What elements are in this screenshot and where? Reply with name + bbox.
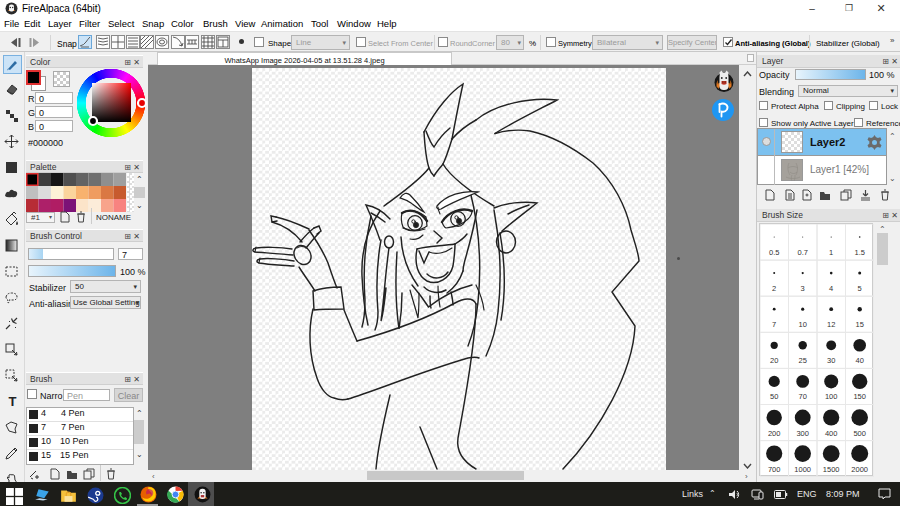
svg-text:0.5: 0.5 xyxy=(769,248,779,257)
svg-text:200: 200 xyxy=(768,429,781,438)
svg-text:150: 150 xyxy=(853,392,866,401)
svg-text:1000: 1000 xyxy=(794,465,811,474)
svg-text:400: 400 xyxy=(825,429,838,438)
svg-text:100: 100 xyxy=(825,392,838,401)
svg-text:12: 12 xyxy=(827,320,835,329)
svg-text:40: 40 xyxy=(856,356,864,365)
svg-text:7: 7 xyxy=(772,320,776,329)
svg-text:15: 15 xyxy=(856,320,864,329)
svg-text:3: 3 xyxy=(801,284,805,293)
svg-text:50: 50 xyxy=(770,392,778,401)
svg-text:0.7: 0.7 xyxy=(797,248,807,257)
svg-text:70: 70 xyxy=(799,392,807,401)
svg-text:5: 5 xyxy=(858,284,862,293)
svg-text:10: 10 xyxy=(799,320,807,329)
svg-text:20: 20 xyxy=(770,356,778,365)
svg-text:1.5: 1.5 xyxy=(854,248,864,257)
svg-text:30: 30 xyxy=(827,356,835,365)
svg-text:2000: 2000 xyxy=(851,465,868,474)
svg-text:4: 4 xyxy=(829,284,833,293)
svg-text:1500: 1500 xyxy=(823,465,840,474)
svg-text:300: 300 xyxy=(796,429,809,438)
svg-text:2: 2 xyxy=(772,284,776,293)
svg-text:25: 25 xyxy=(799,356,807,365)
svg-text:500: 500 xyxy=(853,429,866,438)
svg-text:700: 700 xyxy=(768,465,781,474)
svg-text:1: 1 xyxy=(829,248,833,257)
